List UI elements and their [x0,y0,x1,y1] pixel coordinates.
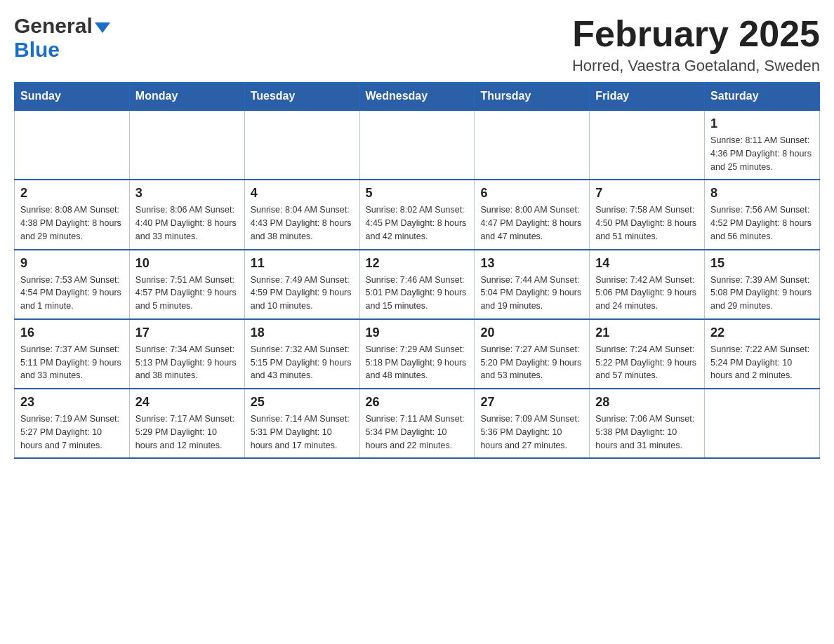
day-number: 9 [20,256,124,271]
day-number: 16 [20,326,124,340]
day-number: 8 [710,186,814,201]
day-info: Sunrise: 7:44 AM Sunset: 5:04 PM Dayligh… [480,274,583,313]
column-header-saturday: Saturday [705,83,820,111]
day-number: 19 [366,326,469,340]
day-info: Sunrise: 7:39 AM Sunset: 5:08 PM Dayligh… [710,274,814,313]
calendar-header-row: SundayMondayTuesdayWednesdayThursdayFrid… [15,83,820,111]
day-info: Sunrise: 7:37 AM Sunset: 5:11 PM Dayligh… [20,343,124,382]
logo-blue-text: Blue [14,38,60,62]
calendar-cell [475,110,590,180]
calendar-table: SundayMondayTuesdayWednesdayThursdayFrid… [14,82,820,459]
calendar-cell: 8Sunrise: 7:56 AM Sunset: 4:52 PM Daylig… [705,180,820,249]
day-info: Sunrise: 7:49 AM Sunset: 4:59 PM Dayligh… [251,274,354,313]
calendar-cell: 22Sunrise: 7:22 AM Sunset: 5:24 PM Dayli… [705,319,820,389]
calendar-cell: 20Sunrise: 7:27 AM Sunset: 5:20 PM Dayli… [475,319,590,389]
calendar-cell: 9Sunrise: 7:53 AM Sunset: 4:54 PM Daylig… [15,250,130,319]
calendar-cell: 21Sunrise: 7:24 AM Sunset: 5:22 PM Dayli… [590,319,705,389]
day-number: 25 [251,395,354,410]
calendar-cell [359,110,475,180]
calendar-cell: 14Sunrise: 7:42 AM Sunset: 5:06 PM Dayli… [590,250,705,319]
day-number: 7 [595,186,699,201]
calendar-cell: 7Sunrise: 7:58 AM Sunset: 4:50 PM Daylig… [590,180,705,249]
calendar-week-row: 9Sunrise: 7:53 AM Sunset: 4:54 PM Daylig… [15,250,820,319]
location-subtitle: Horred, Vaestra Goetaland, Sweden [572,57,820,75]
day-number: 1 [710,116,814,131]
day-info: Sunrise: 7:09 AM Sunset: 5:36 PM Dayligh… [480,412,583,452]
day-number: 18 [251,326,354,340]
day-info: Sunrise: 8:06 AM Sunset: 4:40 PM Dayligh… [135,203,239,243]
day-number: 6 [480,186,583,201]
day-number: 20 [480,326,583,340]
calendar-week-row: 2Sunrise: 8:08 AM Sunset: 4:38 PM Daylig… [15,180,820,249]
day-info: Sunrise: 8:08 AM Sunset: 4:38 PM Dayligh… [20,203,124,243]
day-info: Sunrise: 7:17 AM Sunset: 5:29 PM Dayligh… [135,412,239,452]
calendar-cell: 10Sunrise: 7:51 AM Sunset: 4:57 PM Dayli… [129,250,244,319]
day-info: Sunrise: 7:51 AM Sunset: 4:57 PM Dayligh… [135,274,239,313]
day-info: Sunrise: 7:53 AM Sunset: 4:54 PM Dayligh… [20,274,124,313]
day-info: Sunrise: 7:32 AM Sunset: 5:15 PM Dayligh… [251,343,354,382]
day-number: 28 [595,395,699,410]
main-title: February 2025 [572,14,820,54]
calendar-cell: 19Sunrise: 7:29 AM Sunset: 5:18 PM Dayli… [359,319,475,389]
day-number: 10 [135,256,239,271]
calendar-cell: 17Sunrise: 7:34 AM Sunset: 5:13 PM Dayli… [129,319,244,389]
calendar-cell: 1Sunrise: 8:11 AM Sunset: 4:36 PM Daylig… [705,110,820,180]
calendar-cell: 28Sunrise: 7:06 AM Sunset: 5:38 PM Dayli… [590,389,705,458]
day-info: Sunrise: 7:56 AM Sunset: 4:52 PM Dayligh… [710,203,814,243]
logo: General Blue [14,14,110,62]
calendar-cell: 15Sunrise: 7:39 AM Sunset: 5:08 PM Dayli… [705,250,820,319]
calendar-cell: 3Sunrise: 8:06 AM Sunset: 4:40 PM Daylig… [129,180,244,249]
calendar-cell [590,110,705,180]
day-info: Sunrise: 7:58 AM Sunset: 4:50 PM Dayligh… [595,203,699,243]
calendar-cell: 26Sunrise: 7:11 AM Sunset: 5:34 PM Dayli… [359,389,475,458]
day-info: Sunrise: 8:00 AM Sunset: 4:47 PM Dayligh… [480,203,583,243]
day-number: 23 [20,395,124,410]
page-header: General Blue February 2025 Horred, Vaest… [14,14,820,75]
calendar-cell [15,110,130,180]
day-number: 27 [480,395,583,410]
column-header-wednesday: Wednesday [359,83,475,111]
day-info: Sunrise: 7:46 AM Sunset: 5:01 PM Dayligh… [366,274,469,313]
title-block: February 2025 Horred, Vaestra Goetaland,… [572,14,820,75]
day-info: Sunrise: 8:04 AM Sunset: 4:43 PM Dayligh… [251,203,354,243]
calendar-cell: 23Sunrise: 7:19 AM Sunset: 5:27 PM Dayli… [15,389,130,458]
calendar-cell: 27Sunrise: 7:09 AM Sunset: 5:36 PM Dayli… [475,389,590,458]
day-info: Sunrise: 7:29 AM Sunset: 5:18 PM Dayligh… [366,343,469,382]
calendar-week-row: 23Sunrise: 7:19 AM Sunset: 5:27 PM Dayli… [15,389,820,458]
column-header-sunday: Sunday [15,83,130,111]
column-header-monday: Monday [129,83,244,111]
day-info: Sunrise: 7:22 AM Sunset: 5:24 PM Dayligh… [710,343,814,382]
day-info: Sunrise: 7:14 AM Sunset: 5:31 PM Dayligh… [251,412,354,452]
day-info: Sunrise: 7:06 AM Sunset: 5:38 PM Dayligh… [595,412,699,452]
day-number: 17 [135,326,239,340]
day-number: 12 [366,256,469,271]
calendar-cell: 13Sunrise: 7:44 AM Sunset: 5:04 PM Dayli… [475,250,590,319]
calendar-cell: 12Sunrise: 7:46 AM Sunset: 5:01 PM Dayli… [359,250,475,319]
day-info: Sunrise: 8:11 AM Sunset: 4:36 PM Dayligh… [710,134,814,173]
logo-arrow-icon [95,22,110,33]
day-number: 2 [20,186,124,201]
day-number: 13 [480,256,583,271]
day-number: 21 [595,326,699,340]
day-number: 22 [710,326,814,340]
day-number: 26 [366,395,469,410]
day-number: 5 [366,186,469,201]
day-number: 24 [135,395,239,410]
calendar-cell: 11Sunrise: 7:49 AM Sunset: 4:59 PM Dayli… [244,250,359,319]
calendar-cell: 18Sunrise: 7:32 AM Sunset: 5:15 PM Dayli… [244,319,359,389]
day-info: Sunrise: 7:24 AM Sunset: 5:22 PM Dayligh… [595,343,699,382]
day-number: 3 [135,186,239,201]
column-header-friday: Friday [590,83,705,111]
calendar-cell: 4Sunrise: 8:04 AM Sunset: 4:43 PM Daylig… [244,180,359,249]
day-info: Sunrise: 7:19 AM Sunset: 5:27 PM Dayligh… [20,412,124,452]
calendar-cell: 6Sunrise: 8:00 AM Sunset: 4:47 PM Daylig… [475,180,590,249]
calendar-week-row: 16Sunrise: 7:37 AM Sunset: 5:11 PM Dayli… [15,319,820,389]
calendar-cell [244,110,359,180]
calendar-cell: 25Sunrise: 7:14 AM Sunset: 5:31 PM Dayli… [244,389,359,458]
calendar-cell: 2Sunrise: 8:08 AM Sunset: 4:38 PM Daylig… [15,180,130,249]
calendar-week-row: 1Sunrise: 8:11 AM Sunset: 4:36 PM Daylig… [15,110,820,180]
day-info: Sunrise: 8:02 AM Sunset: 4:45 PM Dayligh… [366,203,469,243]
column-header-tuesday: Tuesday [244,83,359,111]
day-number: 15 [710,256,814,271]
column-header-thursday: Thursday [475,83,590,111]
